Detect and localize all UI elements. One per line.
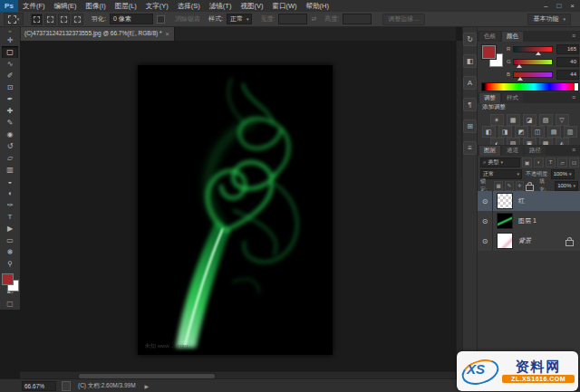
foreground-color-swatch[interactable] (2, 273, 14, 285)
layer-row[interactable]: ⊙ 图层 1 (478, 211, 580, 232)
exposure-icon[interactable]: ▨ (539, 114, 553, 126)
add-selection-button[interactable] (44, 14, 56, 25)
black-white-icon[interactable]: ◩ (515, 126, 528, 138)
slider-marker-icon[interactable] (536, 52, 541, 55)
gradient-tool[interactable]: ▥ (2, 164, 18, 176)
rectangular-marquee-tool[interactable]: ▢ (2, 46, 18, 58)
status-options-arrow-icon[interactable]: ▶ (145, 383, 150, 389)
lasso-tool[interactable]: ∿ (2, 58, 18, 70)
paragraph-panel-icon[interactable]: ¶ (463, 98, 477, 111)
adjustment-filter-icon[interactable]: ◐ (534, 158, 544, 167)
channel-value-input[interactable]: 44 (556, 70, 579, 80)
properties-panel-icon[interactable]: ◧ (463, 54, 477, 68)
menu-item[interactable]: 图层(L) (111, 2, 141, 11)
panel-menu-icon[interactable]: ≡ (572, 33, 575, 39)
color-spectrum-ramp[interactable] (481, 82, 579, 91)
layer-row[interactable]: ⊙ 背景 (478, 231, 580, 252)
menu-item[interactable]: 选择(S) (173, 2, 205, 11)
menu-item[interactable]: 帮助(H) (302, 2, 334, 11)
history-panel-icon[interactable]: ↻ (463, 33, 477, 46)
foreground-color-swatch[interactable] (482, 45, 496, 59)
zoom-tool[interactable]: ⚲ (2, 258, 18, 270)
crop-tool[interactable]: ⊡ (2, 81, 18, 93)
panel-menu-icon[interactable]: ≡ (572, 94, 575, 100)
channel-slider[interactable] (513, 72, 553, 78)
intersect-selection-button[interactable] (72, 14, 83, 25)
clone-stamp-tool[interactable]: ◉ (2, 129, 18, 140)
move-tool[interactable]: ✛ (2, 34, 18, 46)
blur-tool[interactable]: ◒ (2, 176, 18, 187)
hand-tool[interactable]: ❋ (2, 246, 18, 258)
layer-filter-type-select[interactable]: ⌕ 类型 ▾ (480, 158, 520, 167)
panel-tab[interactable]: 样式 (502, 93, 523, 103)
refine-edge-button[interactable]: 调整边缘… (382, 14, 425, 25)
menu-item[interactable]: 视图(V) (236, 2, 267, 11)
menu-item[interactable]: 滤镜(T) (205, 2, 237, 11)
channel-value-input[interactable]: 40 (556, 57, 579, 67)
collapse-toolbar-icon[interactable]: » (8, 27, 11, 34)
layer-row[interactable]: ⊙ 红 (478, 191, 580, 212)
channel-slider[interactable] (513, 46, 553, 53)
menu-item[interactable]: 文字(Y) (141, 2, 173, 11)
type-filter-icon[interactable]: T (546, 158, 556, 167)
layer-thumbnail[interactable] (497, 233, 513, 249)
path-selection-tool[interactable]: ▶ (2, 223, 18, 234)
minimize-button[interactable]: – (544, 0, 547, 12)
channel-value-input[interactable]: 165 (556, 44, 579, 54)
smart-object-filter-icon[interactable]: ⊡ (569, 158, 579, 167)
shape-tool[interactable]: ▭ (2, 234, 18, 246)
lock-position-icon[interactable]: ✛ (516, 181, 525, 191)
shape-filter-icon[interactable]: ▱ (557, 158, 567, 167)
opacity-input[interactable]: 100%▾ (551, 169, 575, 179)
pen-tool[interactable]: ✑ (2, 199, 18, 211)
style-select[interactable]: 正常▾ (227, 14, 253, 24)
visibility-toggle[interactable]: ⊙ (478, 191, 493, 211)
slider-marker-icon[interactable] (517, 64, 522, 68)
current-tool-preset[interactable]: ▾ (4, 13, 24, 25)
lock-all-icon[interactable] (526, 185, 534, 191)
subtract-selection-button[interactable] (58, 14, 70, 25)
color-balance-icon[interactable]: ◨ (498, 126, 512, 138)
character-panel-icon[interactable]: A (463, 76, 477, 90)
menu-item[interactable]: 文件(F) (18, 2, 50, 11)
antialias-checkbox[interactable] (157, 15, 165, 24)
menu-item[interactable]: 图像(I) (82, 2, 111, 11)
color-lookup-icon[interactable]: ▥ (564, 126, 577, 138)
type-tool[interactable]: T (2, 211, 18, 223)
panel-menu-icon[interactable]: ≡ (572, 147, 575, 153)
panel-tab[interactable]: 路径 (525, 146, 546, 156)
zoom-level-input[interactable]: 66.67% (22, 381, 56, 391)
slider-marker-icon[interactable] (517, 77, 523, 81)
dodge-tool[interactable]: ◖ (2, 187, 18, 199)
clone-source-panel-icon[interactable]: ⊞ (463, 120, 477, 133)
panel-tab[interactable]: 颜色 (502, 32, 523, 42)
height-input[interactable] (343, 14, 372, 24)
eyedropper-tool[interactable]: ✒ (2, 93, 18, 105)
maximize-button[interactable]: □ (556, 0, 561, 12)
tab-close-icon[interactable]: × (166, 31, 169, 37)
fill-input[interactable]: 100%▾ (555, 181, 578, 191)
feather-input[interactable]: 0 像素 (110, 14, 153, 24)
workspace-switcher-button[interactable]: 基本功能▾ (527, 14, 571, 25)
photo-filter-icon[interactable]: ◫ (531, 126, 545, 138)
spot-healing-brush-tool[interactable]: ✚ (2, 105, 18, 117)
curves-icon[interactable]: ◪ (523, 114, 536, 126)
brush-tool[interactable]: ✎ (2, 117, 18, 129)
pixel-filter-icon[interactable]: ▣ (522, 158, 532, 167)
quick-selection-tool[interactable]: ✐ (2, 70, 18, 81)
layer-thumbnail[interactable] (497, 193, 513, 209)
width-input[interactable] (278, 14, 307, 24)
new-selection-button[interactable] (31, 14, 43, 25)
info-panel-icon[interactable]: ≡ (463, 141, 477, 155)
lock-image-pixels-icon[interactable]: ✎ (505, 181, 514, 191)
panel-tab[interactable]: 调整 (479, 93, 500, 103)
brightness-contrast-icon[interactable]: ☀ (490, 114, 504, 126)
levels-icon[interactable]: ▦ (507, 114, 520, 126)
link-dimensions-icon[interactable]: ⇄ (311, 15, 316, 23)
panel-tab[interactable]: 色板 (479, 32, 500, 42)
document-tab[interactable]: (C)473731242132373555.jpg @ 66.7%(红, RGB… (20, 27, 175, 41)
vibrance-icon[interactable]: ▽ (556, 114, 569, 126)
document-image[interactable]: 未知 www.….com (138, 65, 333, 355)
channel-mixer-icon[interactable]: ▤ (547, 126, 561, 138)
history-brush-tool[interactable]: ↺ (2, 140, 18, 152)
